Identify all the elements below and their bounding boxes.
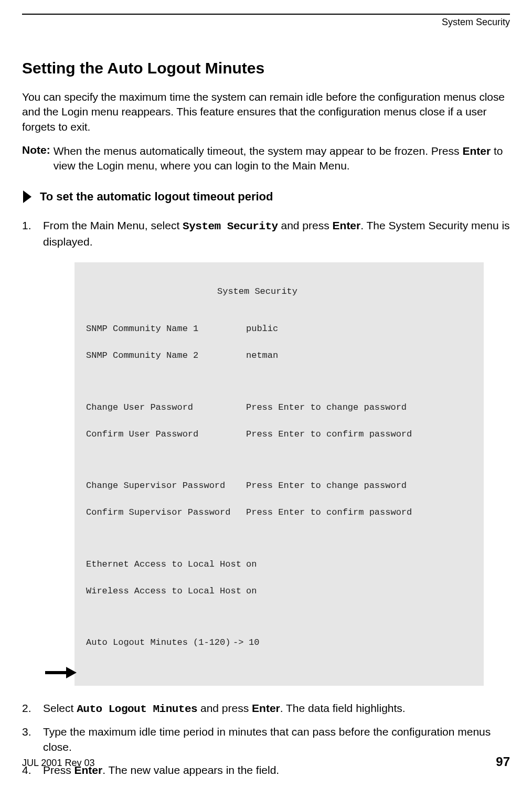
terminal-row: Change User PasswordPress Enter to chang… [86, 401, 472, 414]
step2-mid: and press [197, 702, 252, 714]
step1-prefix: From the Main Menu, select [43, 219, 183, 231]
terminal-label: Ethernet Access to Local Host [86, 558, 246, 571]
step2-key: Enter [252, 702, 280, 714]
step2-prefix: Select [43, 702, 77, 714]
terminal-value: on [246, 558, 472, 571]
step1-key: Enter [333, 219, 361, 231]
step-5: Press Esc to exit to the Main Menu. [22, 785, 510, 787]
terminal-label: SNMP Community Name 1 [86, 322, 246, 336]
procedure-arrow-icon [22, 189, 33, 204]
procedure-title: To set the automatic logout timeout peri… [40, 190, 273, 204]
terminal-row: Wireless Access to Local Hoston [86, 584, 472, 598]
terminal-title: System Security [86, 285, 472, 299]
terminal-screenshot: System Security SNMP Community Name 1pub… [75, 262, 510, 686]
terminal-value: Press Enter to confirm password [246, 506, 472, 519]
terminal-label: Confirm Supervisor Password [86, 506, 246, 519]
terminal-row: SNMP Community Name 2netman [86, 349, 472, 363]
terminal-value: Press Enter to change password [246, 401, 472, 414]
step-2: Select Auto Logout Minutes and press Ent… [22, 700, 510, 717]
intro-paragraph: You can specify the maximum time the sys… [22, 90, 510, 134]
note-block: Note: When the menus automatically timeo… [22, 144, 510, 174]
terminal-panel: System Security SNMP Community Name 1pub… [75, 262, 484, 686]
note-text-1: When the menus automatically timeout, th… [54, 145, 463, 157]
note-label: Note: [22, 144, 50, 174]
terminal-highlight-row: Auto Logout Minutes (1-120)->10 [86, 636, 472, 650]
section-title: Setting the Auto Logout Minutes [22, 59, 510, 77]
terminal-row: Confirm Supervisor PasswordPress Enter t… [86, 506, 472, 519]
svg-marker-2 [66, 667, 77, 678]
footer-page-number: 97 [496, 754, 510, 769]
note-body: When the menus automatically timeout, th… [54, 144, 510, 174]
terminal-row: Ethernet Access to Local Hoston [86, 558, 472, 571]
terminal-label: SNMP Community Name 2 [86, 349, 246, 363]
page-footer: JUL 2001 Rev 03 97 [22, 754, 510, 769]
svg-marker-0 [23, 190, 31, 203]
terminal-label: Change Supervisor Password [86, 479, 246, 493]
steps-list: From the Main Menu, select System Securi… [22, 218, 510, 787]
header-rule [22, 14, 510, 15]
terminal-row: SNMP Community Name 1public [86, 322, 472, 336]
terminal-value: 10 [249, 636, 259, 650]
step1-menu-item: System Security [183, 220, 278, 232]
terminal-value: public [246, 322, 472, 336]
svg-rect-1 [45, 671, 66, 674]
terminal-value: on [246, 584, 472, 598]
terminal-label: Auto Logout Minutes (1-120) [86, 636, 233, 650]
footer-revision: JUL 2001 Rev 03 [22, 758, 94, 769]
terminal-row: Confirm User PasswordPress Enter to conf… [86, 428, 472, 441]
terminal-value: Press Enter to confirm password [246, 428, 472, 441]
step2-menu-item: Auto Logout Minutes [77, 703, 197, 715]
terminal-label: Change User Password [86, 401, 246, 414]
terminal-row: Change Supervisor PasswordPress Enter to… [86, 479, 472, 493]
procedure-heading: To set the automatic logout timeout peri… [22, 189, 510, 204]
callout-arrow-icon [45, 667, 77, 678]
terminal-label: Confirm User Password [86, 428, 246, 441]
terminal-value: netman [246, 349, 472, 363]
terminal-label: Wireless Access to Local Host [86, 584, 246, 598]
step2-suffix: . The data field highlights. [280, 702, 406, 714]
enter-key-ref: Enter [462, 145, 491, 157]
step-1: From the Main Menu, select System Securi… [22, 218, 510, 686]
terminal-value: Press Enter to change password [246, 479, 472, 493]
step1-mid: and press [278, 219, 333, 231]
terminal-cursor: -> [233, 636, 249, 650]
running-header: System Security [22, 17, 510, 28]
step-3: Type the maximum idle time period in min… [22, 724, 510, 755]
